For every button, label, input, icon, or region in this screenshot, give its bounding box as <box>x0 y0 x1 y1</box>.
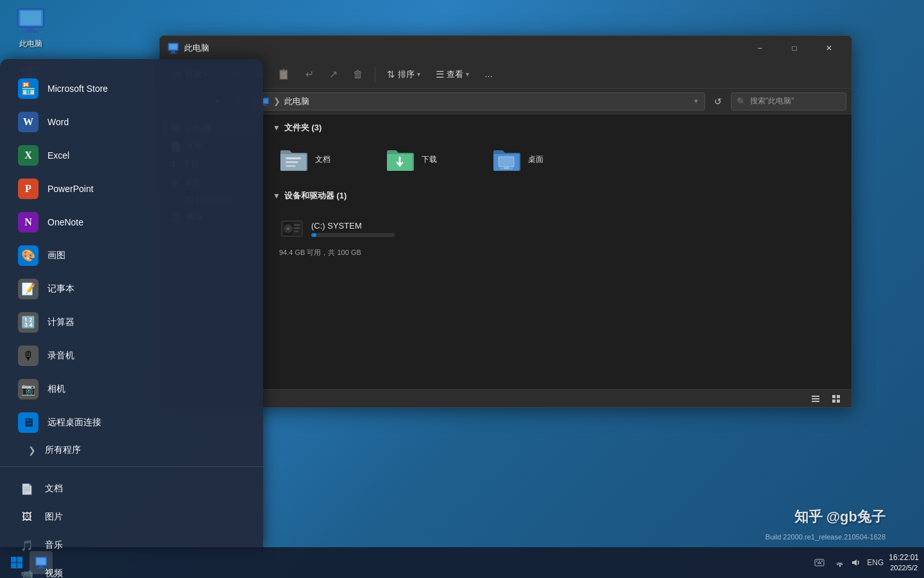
desktop-icon-thispc[interactable]: 此电脑 <box>5 5 56 52</box>
sort-icon: ⇅ <box>387 69 395 80</box>
start-app-microsoft-store[interactable]: 🏪 Microsoft Store <box>10 72 253 105</box>
maximize-button[interactable]: □ <box>780 36 809 60</box>
svg-point-37 <box>287 227 290 231</box>
folder-item-downloads[interactable]: 下载 <box>379 141 475 177</box>
desktop-icon-thispc-label: 此电脑 <box>19 39 42 49</box>
drives-chevron-icon: ▼ <box>273 191 280 200</box>
start-app-onenote[interactable]: N OneNote <box>10 206 253 239</box>
tray-keyboard-icon[interactable] <box>813 556 826 569</box>
drives-section-header[interactable]: ▼ 设备和驱动器 (1) <box>273 190 841 202</box>
svg-rect-30 <box>286 165 296 167</box>
title-bar-text: 此电脑 <box>184 42 740 54</box>
svg-rect-13 <box>169 53 177 54</box>
start-app-camera[interactable]: 📷 相机 <box>10 372 253 406</box>
rename-icon: ↵ <box>305 68 314 80</box>
folder-downloads-icon <box>384 146 415 172</box>
svg-rect-43 <box>812 401 819 402</box>
start-nav-documents[interactable]: 📄 文档 <box>10 475 253 503</box>
search-icon: 🔍 <box>737 97 746 106</box>
start-nav-pictures[interactable]: 🖼 图片 <box>10 503 253 531</box>
refresh-button[interactable]: ↺ <box>709 92 727 110</box>
explorer-window: 此电脑 − □ ✕ ⊕ 新建 ▾ ✂ ⧉ 📋 ↵ <box>159 35 852 408</box>
word-icon: W <box>18 112 38 132</box>
drive-item-c[interactable]: (C:) SYSTEM 94.4 GB 可用，共 100 GB <box>273 209 401 264</box>
grid-view-button[interactable] <box>828 391 844 407</box>
taskbar-tray-icons: ENG <box>813 556 884 569</box>
svg-rect-59 <box>821 561 823 562</box>
more-button[interactable]: … <box>478 67 499 82</box>
delete-icon: 🗑 <box>353 69 363 80</box>
svg-rect-60 <box>817 563 821 564</box>
svg-point-61 <box>839 565 841 567</box>
paint-icon: 🎨 <box>18 245 38 266</box>
close-button[interactable]: ✕ <box>814 36 844 60</box>
svg-rect-11 <box>169 44 177 49</box>
svg-rect-45 <box>837 395 840 398</box>
more-icon: … <box>484 69 493 79</box>
monitor-icon <box>15 8 46 39</box>
nav-pictures-icon: 🖼 <box>18 508 36 526</box>
windows-version-line1: Build 22000.re1_release.210504-1628 <box>766 533 886 541</box>
all-programs-button[interactable]: ❯ 所有程序 <box>21 439 243 461</box>
svg-rect-47 <box>837 399 840 403</box>
svg-rect-57 <box>816 561 817 562</box>
delete-button[interactable]: 🗑 <box>346 66 370 83</box>
desktop: 此电脑 回收站 此电脑 − □ ✕ <box>0 0 924 578</box>
view-button[interactable]: ☰ 查看 ▾ <box>429 66 475 83</box>
svg-rect-1 <box>21 11 41 25</box>
svg-rect-31 <box>499 157 514 167</box>
drive-top: (C:) SYSTEM <box>279 216 395 241</box>
toolbar-separator-2 <box>375 67 375 82</box>
tray-network-icon[interactable] <box>831 556 844 569</box>
watermark-text: 知乎 @gb兔子 <box>794 507 886 527</box>
taskbar-clock[interactable]: 16:22:01 2022/5/2 <box>889 552 919 573</box>
svg-rect-38 <box>294 224 300 226</box>
rename-button[interactable]: ↵ <box>299 66 320 83</box>
svg-rect-58 <box>819 561 820 562</box>
start-nav-music[interactable]: 🎵 音乐 <box>10 531 253 559</box>
drive-bar-fill <box>311 233 316 237</box>
powerpoint-icon: P <box>18 179 38 199</box>
minimize-button[interactable]: − <box>745 36 774 60</box>
volume-icon <box>850 557 860 568</box>
excel-icon: X <box>18 145 38 166</box>
view-icon: ☰ <box>436 69 444 80</box>
start-app-notepad[interactable]: 📝 记事本 <box>10 272 253 306</box>
folder-desktop-icon <box>491 146 522 172</box>
drives-grid: (C:) SYSTEM 94.4 GB 可用，共 100 GB <box>273 209 841 264</box>
address-path[interactable]: ❯ 此电脑 ▾ <box>252 92 705 110</box>
nav-music-icon: 🎵 <box>18 536 36 554</box>
start-app-powerpoint[interactable]: P PowerPoint <box>10 172 253 206</box>
folder-item-documents[interactable]: 文档 <box>273 141 369 177</box>
start-nav-section: 📄 文档 🖼 图片 🎵 音乐 📹 视频 ⬇ 下载 💻 此电脑 <box>0 466 263 578</box>
search-box[interactable]: 🔍 搜索"此电脑" <box>731 92 846 110</box>
svg-rect-42 <box>812 398 819 399</box>
start-app-calculator[interactable]: 🔢 计算器 <box>10 306 253 339</box>
folders-section-header[interactable]: ▼ 文件夹 (3) <box>273 122 841 134</box>
svg-rect-28 <box>286 157 301 159</box>
start-app-word[interactable]: W Word <box>10 105 253 139</box>
drive-c-icon <box>279 216 305 241</box>
start-nav-videos[interactable]: 📹 视频 <box>10 559 253 578</box>
camera-icon: 📷 <box>18 379 38 399</box>
start-app-excel[interactable]: X Excel <box>10 139 253 172</box>
start-app-remote-desktop[interactable]: 🖥 远程桌面连接 <box>10 406 253 439</box>
list-view-button[interactable] <box>808 391 823 407</box>
start-app-list: 🏪 Microsoft Store W Word X Excel P Power… <box>0 72 263 466</box>
clock-date: 2022/5/2 <box>889 563 919 573</box>
microsoft-store-icon: 🏪 <box>18 78 38 99</box>
remote-desktop-icon: 🖥 <box>18 412 38 433</box>
svg-rect-29 <box>286 161 298 163</box>
start-app-recorder[interactable]: 🎙 录音机 <box>10 339 253 372</box>
drive-space-text: 94.4 GB 可用，共 100 GB <box>279 248 395 258</box>
paste-icon: 📋 <box>277 68 290 80</box>
sort-button[interactable]: ⇅ 排序 ▾ <box>381 66 427 83</box>
share-button[interactable]: ↗ <box>323 66 344 83</box>
address-bar: ← → ▾ ↑ ❯ 此电脑 ▾ ↺ 🔍 搜索"此电脑" <box>160 89 851 114</box>
paste-button[interactable]: 📋 <box>271 66 296 83</box>
folder-item-desktop[interactable]: 桌面 <box>486 141 582 177</box>
start-app-paint[interactable]: 🎨 画图 <box>10 239 253 272</box>
explorer-body: 此电脑 📄 文档 ⬇ 下载 🖥 桌面 <box>160 114 851 389</box>
svg-rect-39 <box>294 227 300 229</box>
tray-volume-icon[interactable] <box>849 556 862 569</box>
